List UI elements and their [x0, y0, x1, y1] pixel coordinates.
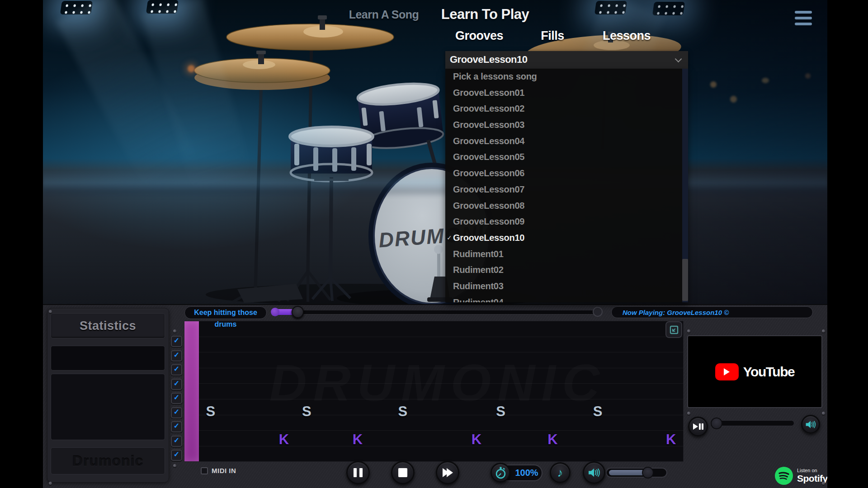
selected-check-icon: ✓ [447, 230, 453, 246]
hamburger-bar [795, 11, 812, 14]
minimize-grid-button[interactable] [665, 321, 682, 338]
stage-light-cluster [594, 1, 627, 14]
dropdown-option[interactable]: Rudiment04 [445, 295, 688, 302]
pause-icon [702, 423, 703, 430]
kick-hit-marker: K [666, 432, 676, 447]
dropdown-option[interactable]: GrooveLesson09 [445, 214, 688, 230]
stop-button[interactable] [391, 461, 415, 484]
dropdown-option-label: GrooveLesson09 [453, 216, 524, 226]
tab-grooves[interactable]: Grooves [455, 29, 503, 43]
spotify-text: Listen on Spotify® [797, 468, 830, 483]
tempo-value: 100% [513, 465, 541, 480]
track-enable-checkbox-1[interactable]: ✓ [171, 336, 182, 347]
track-enable-checkbox-9[interactable]: ✓ [171, 450, 182, 461]
youtube-play-badge-icon [715, 363, 739, 380]
stage-light-cluster [60, 1, 93, 14]
stop-icon [398, 468, 407, 477]
volume-slider-handle[interactable] [642, 467, 654, 479]
dropdown-option[interactable]: GrooveLesson02 [445, 101, 688, 117]
track-enable-checkbox-3[interactable]: ✓ [171, 364, 182, 375]
dropdown-option-label: Rudiment02 [453, 265, 503, 275]
youtube-volume-button[interactable] [801, 415, 820, 434]
tempo-button[interactable] [491, 463, 510, 483]
snare-hit-marker: S [593, 404, 603, 419]
youtube-play-pause-button[interactable] [688, 417, 708, 436]
youtube-progress-track[interactable] [711, 420, 794, 426]
dropdown-option[interactable]: Rudiment03 [445, 278, 688, 295]
dropdown-option[interactable]: Rudiment02 [445, 262, 688, 278]
nav-learn-to-play[interactable]: Learn To Play [441, 6, 529, 23]
fast-forward-button[interactable] [436, 461, 459, 484]
track-enable-checkbox-5[interactable]: ✓ [171, 393, 182, 404]
dropdown-option[interactable]: Rudiment01 [445, 246, 688, 263]
screw-icon [49, 482, 52, 485]
youtube-progress-handle[interactable] [711, 418, 722, 429]
statistics-display-box [51, 346, 165, 371]
dropdown-option[interactable]: GrooveLesson03 [445, 117, 688, 133]
dropdown-option[interactable]: GrooveLesson05 [445, 149, 688, 165]
hamburger-menu-icon[interactable] [795, 11, 812, 28]
dropdown-option-label: GrooveLesson04 [453, 136, 524, 146]
screw-icon [687, 329, 690, 333]
song-progress-start-dot [271, 308, 279, 316]
dropdown-option[interactable]: ✓GrooveLesson10 [445, 230, 688, 246]
letterbox-left [0, 0, 43, 488]
track-enable-checkbox-7[interactable]: ✓ [171, 421, 182, 432]
song-progress-track[interactable] [273, 310, 599, 314]
letterbox-right [827, 0, 868, 488]
dropdown-option[interactable]: GrooveLesson04 [445, 133, 688, 150]
track-enable-checkbox-6[interactable]: ✓ [171, 407, 182, 418]
speaker-icon [588, 467, 600, 478]
nav-learn-a-song[interactable]: Learn A Song [349, 8, 419, 21]
screw-icon [822, 412, 825, 415]
hamburger-bar [795, 23, 812, 25]
dropdown-option[interactable]: GrooveLesson07 [445, 182, 688, 198]
snare-hit-marker: S [206, 404, 216, 419]
dropdown-option-label: Rudiment03 [453, 281, 503, 291]
dropdown-option-label: Pick a lessons song [453, 71, 537, 81]
dropdown-option[interactable]: GrooveLesson08 [445, 198, 688, 214]
bokeh-light [762, 78, 769, 83]
note-grid[interactable]: DRUMONIC SSSSSKKKKK [184, 321, 684, 462]
snare-hit-marker: S [302, 404, 311, 419]
dropdown-option[interactable]: Pick a lessons song [445, 69, 688, 85]
kick-hit-marker: K [472, 432, 481, 447]
drumonic-brand-plate: Drumonic [51, 447, 165, 474]
playhead-bar [184, 321, 199, 461]
screw-icon [49, 310, 52, 313]
dropdown-option[interactable]: GrooveLesson06 [445, 165, 688, 182]
track-enable-checkbox-8[interactable]: ✓ [171, 436, 182, 447]
song-progress-handle[interactable] [292, 306, 304, 318]
youtube-video-area[interactable]: YouTube [687, 335, 822, 408]
screw-icon [173, 329, 176, 333]
dropdown-option-label: GrooveLesson08 [453, 201, 524, 211]
bokeh-light [805, 73, 811, 79]
dropdown-option-label: GrooveLesson06 [453, 168, 524, 178]
play-icon [693, 423, 698, 430]
track-enable-checkbox-4[interactable]: ✓ [171, 379, 182, 390]
dropdown-option[interactable]: GrooveLesson01 [445, 85, 688, 101]
selected-song-label: GrooveLesson10 [450, 54, 528, 66]
snare-hit-marker: S [496, 404, 505, 419]
dropdown-scrollbar[interactable] [682, 69, 688, 302]
lessons-song-select[interactable]: GrooveLesson10 [445, 51, 688, 69]
fast-forward-icon [447, 468, 453, 477]
hamburger-bar [795, 17, 812, 19]
pause-icon [354, 468, 357, 477]
volume-button[interactable] [583, 461, 605, 484]
track-enable-checkbox-2[interactable]: ✓ [171, 350, 182, 361]
kick-hit-marker: K [353, 432, 363, 447]
stopwatch-icon [495, 467, 507, 479]
pause-icon [699, 423, 701, 430]
midi-in-checkbox[interactable] [201, 467, 208, 474]
metronome-sound-button[interactable]: ♪ [550, 462, 571, 483]
tab-lessons[interactable]: Lessons [603, 29, 651, 43]
tab-fills[interactable]: Fills [541, 29, 564, 43]
stadium-haze [43, 171, 827, 198]
spotify-icon [774, 466, 793, 485]
lens-flare [188, 65, 195, 72]
pause-icon [359, 468, 363, 477]
pause-button[interactable] [346, 461, 370, 484]
resize-icon [669, 324, 679, 335]
dropdown-scrollbar-thumb[interactable] [682, 259, 688, 301]
